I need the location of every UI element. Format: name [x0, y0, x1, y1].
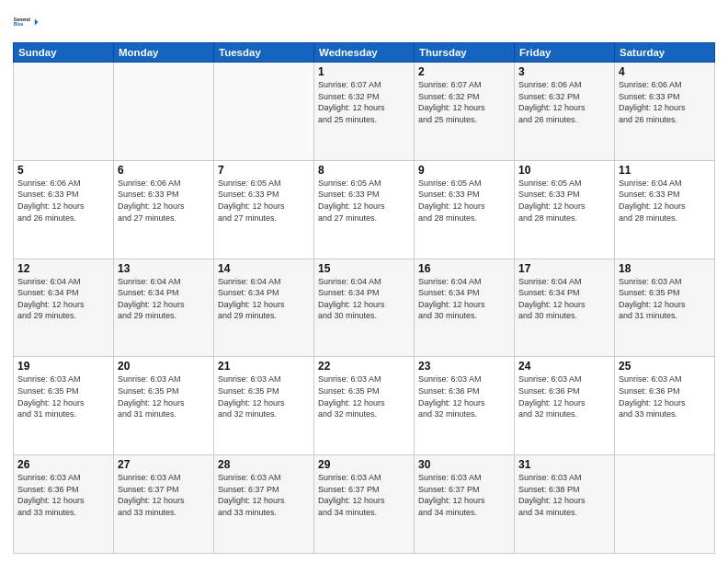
- day-number: 3: [518, 65, 610, 78]
- calendar-cell: 4Sunrise: 6:06 AM Sunset: 6:33 PM Daylig…: [615, 63, 715, 161]
- calendar-cell: [14, 63, 114, 161]
- calendar-cell: 11Sunrise: 6:04 AM Sunset: 6:33 PM Dayli…: [615, 160, 715, 259]
- day-info: Sunrise: 6:03 AM Sunset: 6:35 PM Dayligh…: [318, 373, 410, 419]
- calendar-cell: 7Sunrise: 6:05 AM Sunset: 6:33 PM Daylig…: [214, 160, 314, 259]
- day-number: 8: [318, 164, 410, 177]
- day-info: Sunrise: 6:03 AM Sunset: 6:36 PM Dayligh…: [518, 373, 610, 419]
- day-info: Sunrise: 6:04 AM Sunset: 6:34 PM Dayligh…: [318, 276, 410, 322]
- day-info: Sunrise: 6:06 AM Sunset: 6:33 PM Dayligh…: [619, 79, 711, 125]
- day-info: Sunrise: 6:03 AM Sunset: 6:37 PM Dayligh…: [118, 472, 210, 518]
- calendar-cell: 9Sunrise: 6:05 AM Sunset: 6:33 PM Daylig…: [415, 160, 515, 259]
- calendar-cell: 24Sunrise: 6:03 AM Sunset: 6:36 PM Dayli…: [515, 357, 615, 455]
- day-number: 27: [118, 458, 210, 471]
- weekday-header-wednesday: Wednesday: [314, 43, 415, 63]
- day-info: Sunrise: 6:03 AM Sunset: 6:35 PM Dayligh…: [619, 276, 711, 322]
- day-info: Sunrise: 6:07 AM Sunset: 6:32 PM Dayligh…: [318, 79, 410, 125]
- calendar-cell: 12Sunrise: 6:04 AM Sunset: 6:34 PM Dayli…: [14, 259, 114, 357]
- day-info: Sunrise: 6:05 AM Sunset: 6:33 PM Dayligh…: [318, 178, 410, 224]
- day-info: Sunrise: 6:05 AM Sunset: 6:33 PM Dayligh…: [518, 178, 610, 224]
- svg-text:Blue: Blue: [14, 22, 24, 27]
- day-info: Sunrise: 6:06 AM Sunset: 6:32 PM Dayligh…: [518, 79, 610, 125]
- weekday-header-saturday: Saturday: [615, 43, 715, 63]
- day-number: 9: [418, 164, 510, 177]
- day-number: 14: [218, 262, 310, 275]
- calendar-cell: 2Sunrise: 6:07 AM Sunset: 6:32 PM Daylig…: [415, 63, 515, 161]
- calendar-cell: 21Sunrise: 6:03 AM Sunset: 6:35 PM Dayli…: [214, 357, 314, 455]
- day-info: Sunrise: 6:04 AM Sunset: 6:34 PM Dayligh…: [118, 276, 210, 322]
- svg-marker-2: [35, 19, 39, 26]
- calendar-cell: [114, 63, 214, 161]
- weekday-header-thursday: Thursday: [415, 43, 515, 63]
- day-number: 26: [17, 458, 109, 471]
- day-number: 30: [418, 458, 510, 471]
- calendar-cell: 13Sunrise: 6:04 AM Sunset: 6:34 PM Dayli…: [114, 259, 214, 357]
- day-info: Sunrise: 6:05 AM Sunset: 6:33 PM Dayligh…: [418, 178, 510, 224]
- calendar-cell: 29Sunrise: 6:03 AM Sunset: 6:37 PM Dayli…: [314, 455, 415, 554]
- calendar-cell: 26Sunrise: 6:03 AM Sunset: 6:36 PM Dayli…: [14, 455, 114, 554]
- day-number: 6: [118, 164, 210, 177]
- calendar-cell: 10Sunrise: 6:05 AM Sunset: 6:33 PM Dayli…: [515, 160, 615, 259]
- weekday-header-monday: Monday: [114, 43, 214, 63]
- calendar-cell: 31Sunrise: 6:03 AM Sunset: 6:38 PM Dayli…: [515, 455, 615, 554]
- calendar-cell: 22Sunrise: 6:03 AM Sunset: 6:35 PM Dayli…: [314, 357, 415, 455]
- day-number: 18: [619, 262, 711, 275]
- day-number: 1: [318, 65, 410, 78]
- calendar-cell: 16Sunrise: 6:04 AM Sunset: 6:34 PM Dayli…: [415, 259, 515, 357]
- day-number: 25: [619, 360, 711, 373]
- day-info: Sunrise: 6:03 AM Sunset: 6:37 PM Dayligh…: [318, 472, 410, 518]
- day-number: 12: [17, 262, 109, 275]
- day-number: 23: [418, 360, 510, 373]
- svg-text:General: General: [14, 17, 31, 22]
- calendar-cell: 23Sunrise: 6:03 AM Sunset: 6:36 PM Dayli…: [415, 357, 515, 455]
- calendar-cell: 18Sunrise: 6:03 AM Sunset: 6:35 PM Dayli…: [615, 259, 715, 357]
- day-number: 20: [118, 360, 210, 373]
- calendar-cell: 6Sunrise: 6:06 AM Sunset: 6:33 PM Daylig…: [114, 160, 214, 259]
- day-info: Sunrise: 6:03 AM Sunset: 6:38 PM Dayligh…: [518, 472, 610, 518]
- day-number: 7: [218, 164, 310, 177]
- day-info: Sunrise: 6:04 AM Sunset: 6:34 PM Dayligh…: [17, 276, 109, 322]
- week-row-4: 19Sunrise: 6:03 AM Sunset: 6:35 PM Dayli…: [14, 357, 715, 455]
- calendar-cell: 8Sunrise: 6:05 AM Sunset: 6:33 PM Daylig…: [314, 160, 415, 259]
- calendar-cell: 20Sunrise: 6:03 AM Sunset: 6:35 PM Dayli…: [114, 357, 214, 455]
- day-number: 29: [318, 458, 410, 471]
- day-number: 21: [218, 360, 310, 373]
- header: GeneralBlue: [13, 9, 715, 35]
- day-info: Sunrise: 6:03 AM Sunset: 6:35 PM Dayligh…: [17, 373, 109, 419]
- calendar-page: GeneralBlue SundayMondayTuesdayWednesday…: [0, 0, 728, 563]
- day-info: Sunrise: 6:03 AM Sunset: 6:35 PM Dayligh…: [118, 373, 210, 419]
- day-info: Sunrise: 6:03 AM Sunset: 6:37 PM Dayligh…: [218, 472, 310, 518]
- day-number: 28: [218, 458, 310, 471]
- week-row-2: 5Sunrise: 6:06 AM Sunset: 6:33 PM Daylig…: [14, 160, 715, 259]
- day-number: 4: [619, 65, 711, 78]
- weekday-header-sunday: Sunday: [14, 43, 114, 63]
- day-number: 2: [418, 65, 510, 78]
- calendar-cell: 5Sunrise: 6:06 AM Sunset: 6:33 PM Daylig…: [14, 160, 114, 259]
- day-number: 10: [518, 164, 610, 177]
- logo-icon: GeneralBlue: [13, 9, 39, 35]
- day-info: Sunrise: 6:04 AM Sunset: 6:34 PM Dayligh…: [518, 276, 610, 322]
- calendar-cell: 19Sunrise: 6:03 AM Sunset: 6:35 PM Dayli…: [14, 357, 114, 455]
- weekday-header-row: SundayMondayTuesdayWednesdayThursdayFrid…: [14, 43, 715, 63]
- calendar-cell: 25Sunrise: 6:03 AM Sunset: 6:36 PM Dayli…: [615, 357, 715, 455]
- weekday-header-friday: Friday: [515, 43, 615, 63]
- calendar-cell: 15Sunrise: 6:04 AM Sunset: 6:34 PM Dayli…: [314, 259, 415, 357]
- day-number: 22: [318, 360, 410, 373]
- day-info: Sunrise: 6:03 AM Sunset: 6:36 PM Dayligh…: [17, 472, 109, 518]
- week-row-3: 12Sunrise: 6:04 AM Sunset: 6:34 PM Dayli…: [14, 259, 715, 357]
- day-number: 11: [619, 164, 711, 177]
- day-number: 19: [17, 360, 109, 373]
- calendar-cell: 3Sunrise: 6:06 AM Sunset: 6:32 PM Daylig…: [515, 63, 615, 161]
- weekday-header-tuesday: Tuesday: [214, 43, 314, 63]
- calendar-table: SundayMondayTuesdayWednesdayThursdayFrid…: [13, 42, 715, 554]
- day-info: Sunrise: 6:06 AM Sunset: 6:33 PM Dayligh…: [118, 178, 210, 224]
- calendar-cell: 30Sunrise: 6:03 AM Sunset: 6:37 PM Dayli…: [415, 455, 515, 554]
- day-info: Sunrise: 6:03 AM Sunset: 6:36 PM Dayligh…: [619, 373, 711, 419]
- calendar-cell: 1Sunrise: 6:07 AM Sunset: 6:32 PM Daylig…: [314, 63, 415, 161]
- day-info: Sunrise: 6:06 AM Sunset: 6:33 PM Dayligh…: [17, 178, 109, 224]
- day-number: 24: [518, 360, 610, 373]
- day-info: Sunrise: 6:04 AM Sunset: 6:34 PM Dayligh…: [418, 276, 510, 322]
- day-number: 15: [318, 262, 410, 275]
- day-number: 13: [118, 262, 210, 275]
- week-row-5: 26Sunrise: 6:03 AM Sunset: 6:36 PM Dayli…: [14, 455, 715, 554]
- calendar-cell: 28Sunrise: 6:03 AM Sunset: 6:37 PM Dayli…: [214, 455, 314, 554]
